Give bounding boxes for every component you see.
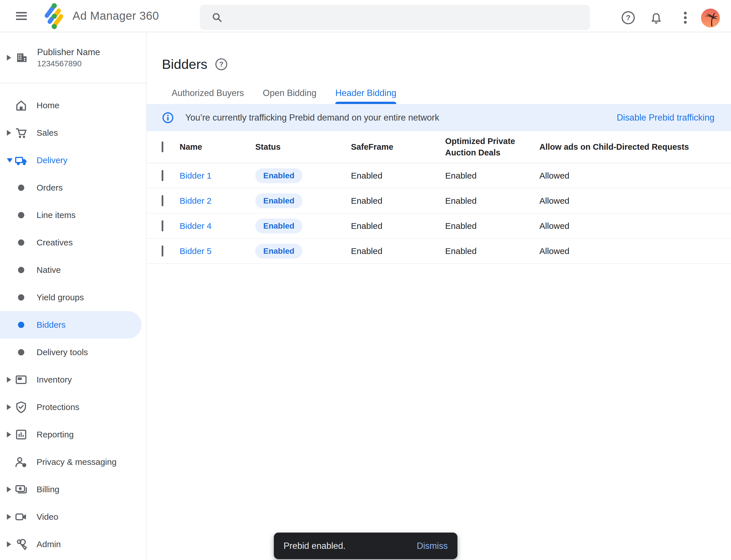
sidebar-item-home[interactable]: Home (0, 92, 146, 119)
expand-arrow-icon (7, 487, 15, 492)
sidebar-item-native[interactable]: Native (0, 256, 146, 284)
sidebar-item-line-items[interactable]: Line items (0, 201, 146, 229)
row-checkbox[interactable] (162, 195, 163, 206)
column-header-name[interactable]: Name (180, 141, 255, 153)
opad-value: Enabled (445, 221, 539, 231)
sidebar-item-delivery[interactable]: Delivery (0, 147, 146, 174)
wrench-icon (15, 538, 27, 551)
publisher-info: Publisher Name 1234567890 (37, 47, 100, 68)
safeframe-value: Enabled (351, 196, 445, 206)
tab-open-bidding[interactable]: Open Bidding (263, 88, 317, 104)
child-directed-value: Allowed (539, 221, 731, 231)
bidder-link[interactable]: Bidder 5 (180, 246, 255, 256)
sidebar-item-yield-groups[interactable]: Yield groups (0, 284, 146, 311)
safeframe-value: Enabled (351, 246, 445, 256)
sidebar-item-reporting[interactable]: Reporting (0, 421, 146, 448)
table-row: Bidder 5 Enabled Enabled Enabled Allowed (147, 239, 731, 264)
status-badge: Enabled (255, 244, 303, 259)
safeframe-value: Enabled (351, 171, 445, 181)
bullet-icon (15, 239, 27, 246)
search-input[interactable] (232, 12, 581, 23)
expand-arrow-icon (7, 404, 15, 410)
top-app-bar: Ad Manager 360 ? (0, 0, 731, 32)
page-help-icon[interactable]: ? (215, 58, 228, 71)
table-row: Bidder 1 Enabled Enabled Enabled Allowed (147, 163, 731, 188)
snackbar: Prebid enabled. Dismiss (274, 533, 457, 559)
expand-arrow-icon (7, 432, 15, 437)
search-bar[interactable] (200, 5, 590, 30)
safeframe-value: Enabled (351, 221, 445, 231)
sidebar-item-bidders[interactable]: Bidders (0, 311, 142, 339)
shield-check-icon (15, 401, 27, 413)
column-header-status[interactable]: Status (255, 141, 351, 153)
sidebar-item-creatives[interactable]: Creatives (0, 229, 146, 256)
row-checkbox[interactable] (162, 220, 163, 231)
expand-arrow-icon (7, 514, 15, 520)
bidder-link[interactable]: Bidder 2 (180, 196, 255, 206)
sidebar-nav: Home Sales Delivery Orders L (0, 83, 146, 558)
sidebar-item-orders[interactable]: Orders (0, 174, 146, 201)
dismiss-button[interactable]: Dismiss (417, 541, 448, 551)
svg-text:?: ? (626, 13, 630, 22)
svg-text:?: ? (219, 60, 224, 68)
status-badge: Enabled (255, 168, 303, 183)
bullet-icon (15, 185, 27, 191)
sidebar-item-sales[interactable]: Sales (0, 119, 146, 147)
status-badge: Enabled (255, 219, 303, 233)
page-title: Bidders (162, 56, 207, 72)
video-camera-icon (15, 511, 27, 523)
help-icon[interactable]: ? (621, 10, 636, 25)
sidebar-item-video[interactable]: Video (0, 503, 146, 531)
collapse-arrow-icon (7, 158, 15, 163)
opad-value: Enabled (445, 171, 539, 181)
report-chart-icon (15, 428, 27, 441)
menu-icon[interactable] (16, 12, 27, 20)
opad-value: Enabled (445, 196, 539, 206)
info-icon (162, 112, 174, 124)
notifications-icon[interactable] (649, 10, 664, 25)
select-all-checkbox[interactable] (162, 141, 163, 152)
column-header-child-directed[interactable]: Allow ads on Child-Directed Requests (539, 141, 731, 153)
cart-icon (15, 127, 27, 139)
tab-header-bidding[interactable]: Header Bidding (335, 88, 396, 104)
tab-bar: Authorized Buyers Open Bidding Header Bi… (147, 88, 731, 104)
prebid-info-banner: You’re currently trafficking Prebid dema… (147, 104, 731, 131)
main-content: Bidders ? Authorized Buyers Open Bidding… (147, 32, 731, 560)
disable-prebid-trafficking-link[interactable]: Disable Prebid trafficking (617, 113, 714, 123)
account-avatar[interactable] (701, 9, 720, 27)
row-checkbox[interactable] (162, 245, 163, 257)
table-header: Name Status SafeFrame Optimized Private … (147, 131, 731, 163)
expand-arrow-icon (7, 541, 15, 547)
column-header-optimized-private-auction-deals[interactable]: Optimized Private Auction Deals (445, 136, 539, 158)
banner-message: You’re currently trafficking Prebid dema… (185, 113, 439, 123)
sidebar-item-protections[interactable]: Protections (0, 393, 146, 421)
table-row: Bidder 2 Enabled Enabled Enabled Allowed (147, 188, 731, 213)
bidder-link[interactable]: Bidder 1 (180, 171, 255, 181)
building-icon (15, 51, 29, 64)
snackbar-message: Prebid enabled. (284, 541, 346, 551)
bullet-icon (15, 212, 27, 218)
sidebar: Publisher Name 1234567890 Home Sales (0, 32, 147, 560)
opad-value: Enabled (445, 246, 539, 256)
column-header-safeframe[interactable]: SafeFrame (351, 141, 445, 153)
bullet-icon (15, 267, 27, 273)
sidebar-item-inventory[interactable]: Inventory (0, 366, 146, 393)
search-icon (211, 11, 223, 24)
child-directed-value: Allowed (539, 246, 731, 256)
expand-arrow-icon (7, 377, 15, 383)
ad-manager-logo-icon (42, 3, 65, 29)
more-options-icon[interactable] (678, 10, 693, 25)
bidder-link[interactable]: Bidder 4 (180, 221, 255, 231)
sidebar-item-admin[interactable]: Admin (0, 531, 146, 558)
product-name: Ad Manager 360 (73, 9, 159, 22)
row-checkbox[interactable] (162, 170, 163, 181)
sidebar-item-delivery-tools[interactable]: Delivery tools (0, 339, 146, 366)
table-row: Bidder 4 Enabled Enabled Enabled Allowed (147, 213, 731, 239)
tab-authorized-buyers[interactable]: Authorized Buyers (172, 88, 244, 104)
sidebar-item-billing[interactable]: Billing (0, 476, 146, 503)
sidebar-item-privacy-messaging[interactable]: Privacy & messaging (0, 448, 146, 476)
bullet-icon (15, 349, 27, 355)
publisher-selector[interactable]: Publisher Name 1234567890 (0, 32, 146, 83)
publisher-name: Publisher Name (37, 47, 100, 57)
expand-arrow-icon (7, 130, 15, 136)
